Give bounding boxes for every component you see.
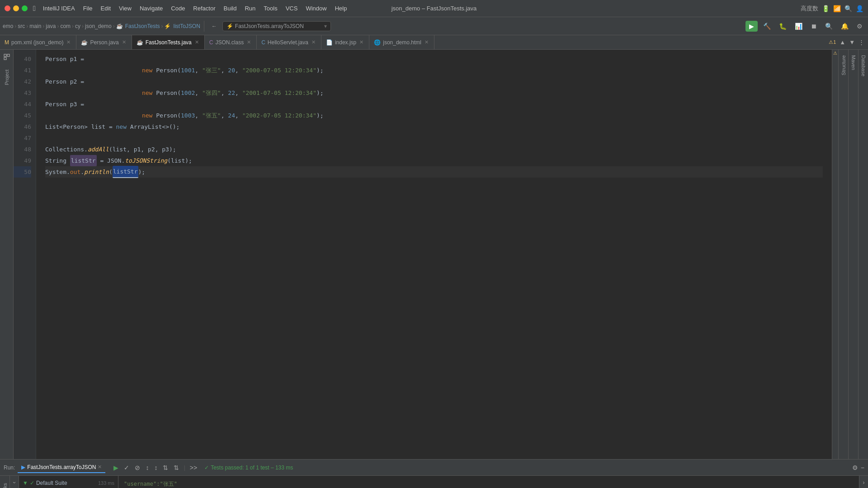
scroll-up-icon[interactable]: ▲ — [840, 39, 845, 46]
stop-run-button[interactable]: ⊘ — [133, 463, 142, 472]
database-label[interactable]: Database — [858, 50, 868, 82]
breadcrumb-com[interactable]: com — [60, 23, 71, 29]
menu-file[interactable]: File — [80, 4, 96, 13]
breadcrumb-emo[interactable]: emo — [3, 23, 13, 29]
run-button[interactable]: ▶ — [745, 21, 758, 32]
menu-tools[interactable]: Tools — [260, 4, 281, 13]
menu-edit[interactable]: Edit — [97, 4, 114, 13]
menu-code[interactable]: Code — [167, 4, 189, 13]
tab-pom[interactable]: M pom.xml (json_demo) ✕ — [0, 35, 76, 49]
code-line-47 — [45, 132, 823, 144]
run-settings-button[interactable]: ⚙ — [852, 464, 858, 471]
structure-sidebar: Structure — [838, 50, 848, 459]
tab-json-demo-html[interactable]: 🌐 json_demo.html ✕ — [369, 35, 434, 49]
structure-label[interactable]: Structure — [838, 50, 849, 81]
run-toolbar: Run: ▶ FastJsonTests.arrayToJSON ✕ ▶ ✓ ⊘… — [0, 460, 868, 476]
tab-json-class[interactable]: C JSON.class ✕ — [205, 35, 257, 49]
menu-refactor[interactable]: Refactor — [189, 4, 219, 13]
notifications-button[interactable]: 🔔 — [838, 22, 851, 31]
menu-run[interactable]: Run — [241, 4, 259, 13]
maximize-button[interactable] — [22, 5, 28, 11]
tab-close-fastjsontests[interactable]: ✕ — [194, 39, 200, 45]
java-icon: C — [261, 39, 265, 46]
line-number: 41 — [14, 65, 31, 76]
filter-button[interactable]: ⇅ — [161, 463, 170, 472]
menu-bar: IntelliJ IDEA File Edit View Navigate Co… — [39, 4, 351, 13]
tab-helloservlet[interactable]: C HelloServlet.java ✕ — [257, 35, 321, 49]
close-button[interactable] — [5, 5, 10, 11]
code-line-43: new Person(1002, "张四", 22, "2001-07-05 1… — [45, 87, 823, 99]
breadcrumb-class[interactable]: FastJsonTests — [125, 23, 160, 29]
run-minimize-button[interactable]: − — [861, 464, 864, 471]
run-with-coverage-button[interactable]: ✓ — [122, 463, 131, 472]
line-number: 45 — [14, 110, 31, 121]
run-controls: ▶ ✓ ⊘ ↕ ↕ ⇅ ⇅ | >> ✓ Tests passed: 1 of … — [112, 463, 293, 472]
chevron-expand-icon[interactable]: › — [863, 479, 865, 486]
nav-method-dropdown[interactable]: ⚡ FastJsonTests.arrayToJSON ▾ — [222, 21, 331, 31]
run-again-button[interactable]: ▶ — [112, 463, 120, 472]
tab-close-json-class[interactable]: ✕ — [246, 39, 252, 45]
run-suite-default[interactable]: ▼ ✓ Default Suite 133 ms — [19, 479, 118, 488]
maven-label[interactable]: Maven — [848, 50, 859, 75]
tab-fastjsontests[interactable]: ☕ FastJsonTests.java ✕ — [132, 35, 205, 49]
back-button[interactable]: ← — [208, 22, 221, 31]
menu-build[interactable]: Build — [220, 4, 241, 13]
run-expand-btn[interactable]: › — [10, 476, 19, 488]
chevron-right-icon[interactable]: › — [11, 482, 18, 483]
breadcrumb-src[interactable]: src — [18, 23, 25, 29]
menu-window[interactable]: Window — [302, 4, 330, 13]
tab-close-helloservlet[interactable]: ✕ — [311, 39, 316, 45]
line-number: 46 — [14, 121, 31, 132]
run-icon: ▶ — [21, 464, 25, 470]
stop-button[interactable]: ⏹ — [808, 22, 820, 31]
expand-all-button[interactable]: >> — [188, 463, 199, 472]
search-everywhere-button[interactable]: 🔍 — [822, 22, 835, 31]
tab-index-jsp[interactable]: 📄 index.jsp ✕ — [321, 35, 369, 49]
method-icon: ⚡ — [164, 23, 171, 29]
tab-close-pom[interactable]: ✕ — [66, 39, 71, 45]
breadcrumb-method[interactable]: listToJSON — [173, 23, 200, 29]
tab-person[interactable]: ☕ Person.java ✕ — [76, 35, 132, 49]
project-label[interactable]: Project — [1, 66, 12, 89]
menu-intellij[interactable]: IntelliJ IDEA — [39, 4, 79, 13]
file-tree-icon[interactable] — [1, 52, 12, 62]
line-number: 47 — [14, 132, 31, 144]
minimize-button[interactable] — [13, 5, 19, 11]
sort-button[interactable]: ↕ — [152, 463, 159, 472]
scrollbar-area[interactable]: ⚠ — [832, 50, 838, 459]
menu-help[interactable]: Help — [331, 4, 351, 13]
warning-indicator: ⚠ — [833, 51, 837, 56]
run-tab-active[interactable]: ▶ FastJsonTests.arrayToJSON ✕ — [18, 462, 105, 473]
breadcrumb-cy[interactable]: cy — [75, 23, 80, 29]
menu-navigate[interactable]: Navigate — [136, 4, 166, 13]
html-icon: 🌐 — [374, 39, 381, 46]
tabs-bar: M pom.xml (json_demo) ✕ ☕ Person.java ✕ … — [0, 35, 868, 50]
search-icon[interactable]: 🔍 — [844, 5, 852, 12]
pin-button[interactable]: ⇅ — [172, 463, 181, 472]
build-button[interactable]: 🔨 — [760, 22, 774, 31]
svg-rect-1 — [7, 54, 9, 56]
debug-button[interactable]: 🐛 — [776, 22, 789, 31]
line-number: 42 — [14, 76, 31, 87]
breadcrumb-main[interactable]: main — [29, 23, 41, 29]
run-tab-close-icon[interactable]: ✕ — [98, 464, 102, 470]
menu-vcs[interactable]: VCS — [282, 4, 302, 13]
bookmarks-label[interactable]: Bookmarks — [0, 478, 10, 488]
jsp-icon: 📄 — [326, 39, 333, 46]
code-line-46: List<Person> list = new ArrayList<>(); — [45, 121, 823, 132]
settings-button[interactable]: ⚙ — [854, 22, 865, 31]
expand-right-btn[interactable]: › — [859, 476, 868, 488]
tab-close-html[interactable]: ✕ — [424, 39, 429, 45]
breadcrumb-java[interactable]: java — [46, 23, 56, 29]
nav-method-label: FastJsonTests.arrayToJSON — [235, 23, 304, 29]
rerun-button[interactable]: ↕ — [144, 463, 151, 472]
tab-close-index-jsp[interactable]: ✕ — [359, 39, 364, 45]
scroll-down-icon[interactable]: ▼ — [849, 39, 855, 46]
breadcrumb-json-demo[interactable]: json_demo — [85, 23, 112, 29]
more-tabs-icon[interactable]: ⋮ — [859, 39, 864, 46]
coverage-button[interactable]: 📊 — [792, 22, 805, 31]
tab-close-person[interactable]: ✕ — [121, 39, 127, 45]
code-area[interactable]: Person p1 = new Person(1001, "张三", 20, "… — [36, 50, 832, 459]
apple-icon:  — [33, 5, 36, 13]
menu-view[interactable]: View — [115, 4, 135, 13]
